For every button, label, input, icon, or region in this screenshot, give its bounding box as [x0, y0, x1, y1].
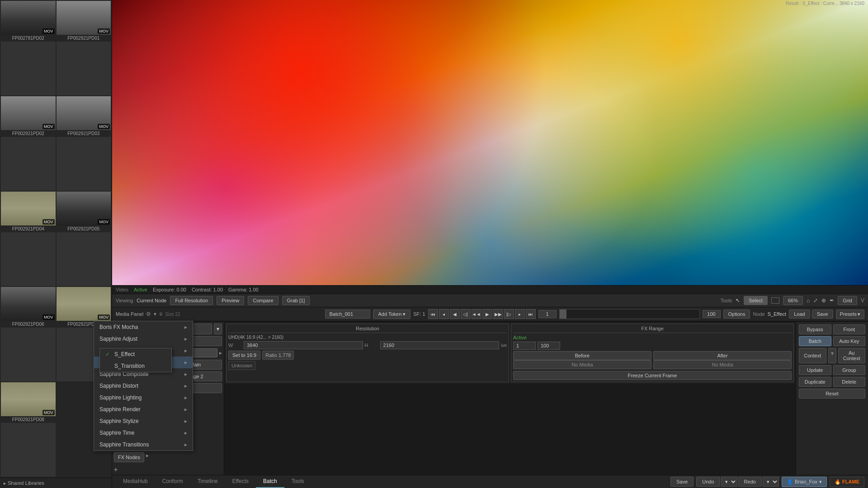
fx-range-header: FX Range [513, 326, 792, 333]
options-button[interactable]: Options [723, 310, 750, 319]
start-value[interactable]: 1 [513, 342, 536, 350]
save-button[interactable]: Save [812, 310, 833, 319]
menu-item-boris-mocha[interactable]: Boris FX Mocha ▸ [94, 321, 193, 333]
wh-row: W 3840 H 2160 ive [228, 341, 507, 349]
thumb-label: FP002921PD04 [1, 225, 56, 232]
h-label: H [365, 343, 378, 348]
user-badge[interactable]: 👤 Brian_Fox ▾ [782, 477, 827, 487]
bypass-button[interactable]: Bypass [799, 324, 831, 334]
frame-back-button[interactable]: ◀ [450, 309, 460, 319]
submenu-item-s-transition[interactable]: S_Transition [100, 360, 171, 372]
redo-dropdown[interactable]: ▾ [763, 477, 779, 487]
submenu-sapphire-builder[interactable]: ✓ S_Effect S_Transition [99, 348, 172, 372]
fx-nodes-button[interactable]: FX Nodes [114, 452, 144, 462]
menu-item-sapphire-adjust[interactable]: Sapphire Adjust ▸ [94, 333, 193, 345]
list-item[interactable]: MOV FP002781PD02 [1, 1, 56, 95]
start-frame-input[interactable]: 1 [538, 310, 557, 318]
compare-button[interactable]: Compare [248, 296, 278, 305]
batch-autokey-row: Batch Auto Key [799, 336, 865, 346]
mark-out-button[interactable]: |▷ [504, 309, 514, 319]
menu-item-sapphire-time[interactable]: Sapphire Time ▸ [94, 427, 193, 439]
list-item[interactable]: MOV FP002921PD02 [1, 96, 56, 191]
cursor-icon: ↖ [736, 297, 740, 304]
context-aucontext-row: Context ▾ Au Context [799, 348, 865, 363]
end-value[interactable]: 100 [538, 342, 560, 350]
next-frame-button[interactable]: ▸ [515, 309, 525, 319]
freeze-current-frame-button[interactable]: Freeze Current Frame [513, 371, 792, 380]
tab-conform[interactable]: Conform [155, 475, 190, 488]
color-picker-icon[interactable]: ✒ [830, 297, 834, 304]
crosshair-icon[interactable]: ⊕ [821, 297, 826, 304]
dropdown-arrow[interactable]: ▾ [214, 324, 222, 334]
redo-button[interactable]: Redo [738, 477, 762, 487]
menu-item-sapphire-lighting[interactable]: Sapphire Lighting ▸ [94, 392, 193, 404]
submenu-item-s-effect[interactable]: ✓ S_Effect [100, 348, 171, 360]
list-icon[interactable]: ≡ [159, 311, 162, 317]
play-fwd-button[interactable]: ▶▶ [493, 309, 503, 319]
list-item[interactable]: MOV FP002921PD03 [57, 96, 111, 191]
menu-item-sapphire-distort[interactable]: Sapphire Distort ▸ [94, 380, 193, 392]
before-button[interactable]: Before [513, 351, 651, 360]
full-resolution-button[interactable]: Full Resolution [170, 296, 213, 305]
update-button[interactable]: Update [799, 365, 831, 375]
save-action-button[interactable]: Save [670, 477, 693, 487]
load-button[interactable]: Load [789, 310, 810, 319]
undo-button[interactable]: Undo [696, 477, 720, 487]
prev-frame-button[interactable]: ◂ [439, 309, 449, 319]
context-button[interactable]: Context [799, 348, 826, 363]
end-frame-display[interactable]: 100 [703, 310, 721, 318]
undo-dropdown[interactable]: ▾ [721, 477, 737, 487]
settings-icon[interactable]: ⚙ [146, 311, 151, 317]
tab-effects[interactable]: Effects [225, 475, 256, 488]
tab-tools[interactable]: Tools [284, 475, 311, 488]
home-icon[interactable]: ⌂ [807, 297, 810, 304]
tab-batch[interactable]: Batch [256, 475, 284, 488]
zoom-level-button[interactable]: 66% [783, 296, 803, 305]
au-context-button[interactable]: Au Context [838, 348, 866, 363]
batch-name-field[interactable]: Batch_001 [325, 310, 370, 319]
list-item[interactable]: MOV FP002921PD04 [1, 192, 56, 286]
play-rev-button[interactable]: ◄◄ [472, 309, 481, 319]
flame-badge: 🔥 FLAME [830, 477, 864, 487]
skip-to-end-button[interactable]: ⏭ [526, 309, 536, 319]
plugin-arrow[interactable]: ▸ [219, 350, 222, 356]
fit-icon[interactable]: ⤢ [813, 297, 818, 304]
mark-in-button[interactable]: ◁| [461, 309, 471, 319]
context-dropdown-icon[interactable]: ▾ [828, 348, 836, 363]
fx-nodes-arrow[interactable]: ▸ [146, 452, 149, 462]
menu-item-sapphire-transitions[interactable]: Sapphire Transitions ▸ [94, 439, 193, 450]
skip-to-start-button[interactable]: ⏮ [428, 309, 438, 319]
resolution-header: Resolution [228, 326, 507, 333]
grab-button[interactable]: Grab [1] [282, 296, 310, 305]
flame-icon: 🔥 [835, 479, 841, 484]
reset-button[interactable]: Reset [799, 389, 865, 399]
media-row: No Media No Media [513, 360, 792, 369]
presets-button[interactable]: Presets ▾ [836, 310, 864, 319]
down-arrow-icon[interactable]: ▾ [154, 311, 156, 317]
tab-mediahub[interactable]: MediaHub [116, 475, 155, 488]
preview-button[interactable]: Preview [217, 296, 244, 305]
tab-timeline[interactable]: Timeline [190, 475, 225, 488]
front-button[interactable]: Front [833, 324, 866, 334]
list-item[interactable]: MOV FP002921PD01 [57, 1, 111, 95]
grid-button[interactable]: Grid [838, 296, 857, 305]
select-button[interactable]: Select [744, 296, 768, 305]
after-button[interactable]: After [653, 351, 792, 360]
add-token-button[interactable]: Add Token ▾ [373, 310, 410, 319]
list-item[interactable]: MOV FP002921PD05 [57, 192, 111, 286]
context-menu[interactable]: Boris FX Mocha ▸ Sapphire Adjust ▸ Sapph… [94, 321, 193, 451]
menu-item-sapphire-render[interactable]: Sapphire Render ▸ [94, 404, 193, 415]
shared-libraries-item[interactable]: Shared Libraries [0, 478, 112, 488]
play-button[interactable]: ▶ [482, 309, 492, 319]
delete-button[interactable]: Delete [833, 377, 866, 387]
list-item[interactable]: MOV FP002921PD08 [1, 382, 56, 477]
auto-key-button[interactable]: Auto Key [833, 336, 866, 346]
menu-item-sapphire-stylize[interactable]: Sapphire Stylize ▸ [94, 415, 193, 427]
plus-icon[interactable]: + [114, 466, 118, 473]
list-item[interactable]: MOV FP002921PD06 [1, 287, 56, 381]
batch-button[interactable]: Batch [799, 336, 831, 346]
group-button[interactable]: Group [833, 365, 866, 375]
set-to-169-button[interactable]: Set to 16:9 [228, 351, 260, 360]
duplicate-button[interactable]: Duplicate [799, 377, 831, 387]
timeline-scrubber[interactable] [559, 309, 700, 319]
